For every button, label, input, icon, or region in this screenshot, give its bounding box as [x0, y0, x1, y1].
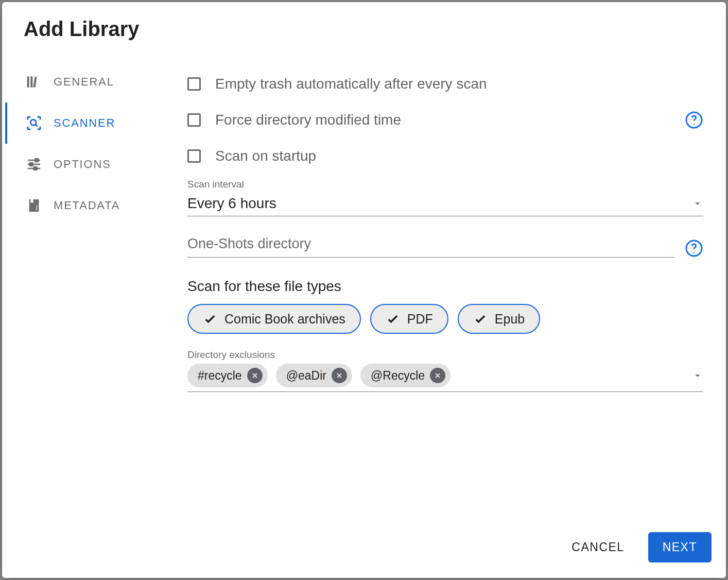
oneshots-field-row: [187, 232, 703, 258]
file-types-heading: Scan for these file types: [187, 278, 703, 295]
check-icon: [203, 312, 217, 326]
checkbox-scan-on-startup[interactable]: [187, 149, 201, 163]
tag-label: @Recycle: [371, 369, 425, 383]
option-label: Force directory modified time: [215, 112, 401, 128]
tab-metadata[interactable]: i METADATA: [5, 185, 165, 226]
dialog-sidebar: GENERAL SCANNER: [5, 46, 165, 520]
scanner-icon: [26, 115, 42, 131]
tab-label: SCANNER: [54, 116, 115, 130]
close-icon: [335, 371, 343, 380]
exclusion-tag: @eaDir: [276, 364, 352, 387]
file-type-chip-epub[interactable]: Epub: [458, 304, 540, 334]
tune-icon: [26, 156, 42, 173]
checkbox-empty-trash[interactable]: [187, 77, 201, 91]
chip-label: Comic Book archives: [224, 312, 345, 327]
directory-exclusions-field[interactable]: #recycle @eaDir @Recycle: [187, 364, 703, 392]
chip-label: PDF: [407, 312, 433, 327]
dialog-body: GENERAL SCANNER: [2, 46, 726, 520]
chevron-down-icon[interactable]: [692, 370, 703, 381]
tag-label: #recycle: [198, 369, 242, 383]
scan-interval-select[interactable]: Every 6 hours: [187, 192, 703, 216]
exclusions-caption: Directory exclusions: [187, 349, 703, 361]
option-empty-trash: Empty trash automatically after every sc…: [187, 66, 703, 101]
svg-point-12: [694, 124, 695, 125]
chip-label: Epub: [495, 312, 525, 327]
check-icon: [473, 312, 488, 326]
tab-general[interactable]: GENERAL: [5, 61, 165, 103]
library-icon: [26, 74, 42, 90]
metadata-icon: i: [26, 197, 42, 214]
svg-text:i: i: [35, 203, 39, 211]
close-icon: [251, 371, 259, 380]
tag-label: @eaDir: [286, 369, 326, 383]
svg-point-14: [694, 252, 695, 253]
exclusion-tag: @Recycle: [360, 364, 450, 387]
dialog-title: Add Library: [2, 2, 726, 46]
file-type-chip-comic-book-archives[interactable]: Comic Book archives: [187, 304, 361, 334]
option-force-dir-mtime: Force directory modified time: [187, 101, 703, 139]
cancel-button[interactable]: CANCEL: [557, 532, 638, 562]
help-icon[interactable]: [685, 239, 703, 258]
checkbox-force-dir-mtime[interactable]: [187, 113, 201, 127]
add-library-dialog: Add Library GENERAL: [2, 2, 726, 578]
svg-rect-8: [30, 163, 32, 165]
option-scan-on-startup: Scan on startup: [187, 139, 703, 174]
close-icon: [434, 371, 442, 380]
file-type-chip-row: Comic Book archives PDF Epub: [187, 304, 703, 334]
svg-rect-9: [34, 167, 37, 169]
tab-label: OPTIONS: [54, 158, 111, 171]
svg-rect-1: [30, 76, 32, 87]
tab-scanner[interactable]: SCANNER: [5, 103, 165, 144]
help-icon[interactable]: [685, 111, 703, 129]
field-caption: Scan interval: [187, 179, 703, 190]
remove-tag-button[interactable]: [430, 368, 445, 383]
svg-rect-7: [36, 159, 38, 161]
dialog-actions: CANCEL NEXT: [2, 520, 726, 578]
exclusion-tags: #recycle @eaDir @Recycle: [187, 364, 684, 387]
tab-label: METADATA: [54, 199, 120, 212]
tab-options[interactable]: OPTIONS: [5, 144, 165, 185]
svg-rect-2: [33, 77, 37, 88]
check-icon: [386, 312, 400, 326]
select-value: Every 6 hours: [187, 195, 276, 212]
option-label: Empty trash automatically after every sc…: [215, 76, 487, 92]
tab-label: GENERAL: [54, 75, 114, 89]
scan-interval-field: Scan interval Every 6 hours: [187, 179, 703, 216]
scanner-panel: Empty trash automatically after every sc…: [165, 46, 726, 520]
svg-rect-0: [27, 76, 29, 87]
option-label: Scan on startup: [215, 148, 316, 164]
remove-tag-button[interactable]: [247, 368, 263, 383]
next-button[interactable]: NEXT: [648, 532, 712, 562]
oneshots-directory-input[interactable]: [187, 232, 674, 258]
exclusion-tag: #recycle: [187, 364, 268, 387]
chevron-down-icon: [692, 198, 703, 209]
file-type-chip-pdf[interactable]: PDF: [370, 304, 448, 334]
svg-point-3: [30, 120, 36, 125]
remove-tag-button[interactable]: [332, 368, 347, 383]
